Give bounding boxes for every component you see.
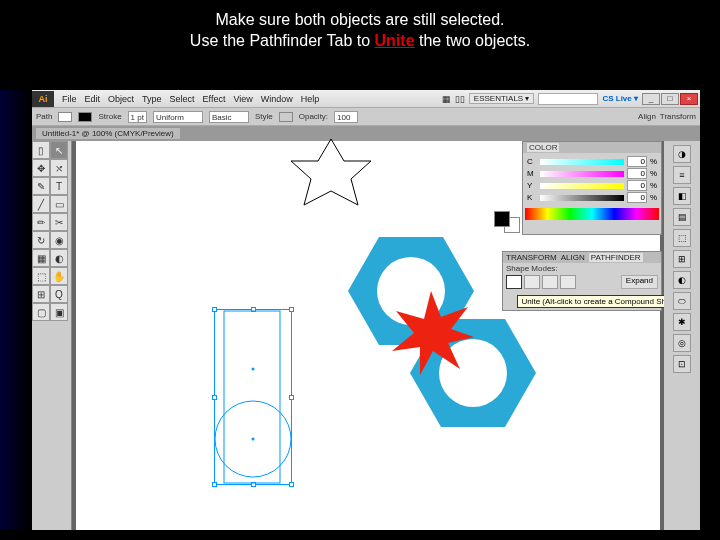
tool-4[interactable]: ✎ [32,177,50,195]
stroke-swatch[interactable] [78,112,92,122]
stroke-weight-field[interactable]: 1 pt [128,111,147,123]
red-starburst-shape [386,289,476,379]
svg-point-9 [252,438,255,441]
close-button[interactable]: × [680,93,698,105]
align-link[interactable]: Align [638,112,656,121]
dock-icon-5[interactable]: ⊞ [673,250,691,268]
tool-10[interactable]: ↻ [32,231,50,249]
tool-panel: ▯↖✥⤯✎T╱▭✏✂↻◉▦◐⬚✋⊞Q▢▣ [32,141,72,530]
opacity-label: Opacity: [299,112,328,121]
transform-tab[interactable]: TRANSFORM [506,253,557,262]
fill-proxy[interactable] [494,211,510,227]
minus-front-button[interactable] [524,275,540,289]
selected-rectangle-path [214,309,292,485]
channel-value-M[interactable]: 0 [627,168,647,179]
color-panel[interactable]: COLOR C0%M0%Y0%K0% [522,141,662,235]
dock-icon-4[interactable]: ⬚ [673,229,691,247]
dock-icon-8[interactable]: ✱ [673,313,691,331]
align-tab[interactable]: ALIGN [561,253,585,262]
workspace-switcher[interactable]: ESSENTIALS ▾ [469,93,535,104]
channel-label-C: C [527,157,537,166]
selection-type-label: Path [36,112,52,121]
menu-effect[interactable]: Effect [203,94,226,104]
fill-swatch[interactable] [58,112,72,122]
dock-icon-0[interactable]: ◑ [673,145,691,163]
tool-19[interactable]: ▣ [50,303,68,321]
color-panel-tab[interactable]: COLOR [527,143,559,152]
channel-label-K: K [527,193,537,202]
tool-11[interactable]: ◉ [50,231,68,249]
channel-value-C[interactable]: 0 [627,156,647,167]
exclude-button[interactable] [560,275,576,289]
svg-point-8 [252,368,255,371]
menu-window[interactable]: Window [261,94,293,104]
document-tab[interactable]: Untitled-1* @ 100% (CMYK/Preview) [36,128,180,139]
brush-field[interactable]: Basic [209,111,249,123]
dock-icon-2[interactable]: ◧ [673,187,691,205]
dock-icon-10[interactable]: ⊡ [673,355,691,373]
svg-marker-0 [291,139,371,205]
slider-M[interactable] [540,171,624,177]
cs-live-button[interactable]: CS Live ▾ [602,94,638,103]
tool-0[interactable]: ▯ [32,141,50,159]
dock-icon-3[interactable]: ▤ [673,208,691,226]
opacity-field[interactable]: 100 [334,111,358,123]
pathfinder-tab[interactable]: PATHFINDER [589,253,643,262]
menu-type[interactable]: Type [142,94,162,104]
control-bar: Path Stroke 1 pt Uniform Basic Style Opa… [32,108,700,126]
svg-rect-6 [224,311,280,483]
tool-5[interactable]: T [50,177,68,195]
title-bar: Ai FileEditObjectTypeSelectEffectViewWin… [32,90,700,108]
search-input[interactable] [538,93,598,105]
menu-file[interactable]: File [62,94,77,104]
style-swatch[interactable] [279,112,293,122]
tool-1[interactable]: ↖ [50,141,68,159]
bridge-icon[interactable]: ▦ [442,94,451,104]
tool-13[interactable]: ◐ [50,249,68,267]
tool-14[interactable]: ⬚ [32,267,50,285]
transform-link[interactable]: Transform [660,112,696,121]
tool-3[interactable]: ⤯ [50,159,68,177]
tool-7[interactable]: ▭ [50,195,68,213]
slider-Y[interactable] [540,183,624,189]
menu-edit[interactable]: Edit [85,94,101,104]
tool-15[interactable]: ✋ [50,267,68,285]
illustrator-window: Ai FileEditObjectTypeSelectEffectViewWin… [32,90,700,530]
menu-select[interactable]: Select [170,94,195,104]
right-dock: ◑≡◧▤⬚⊞◐⬭✱◎⊡ [664,141,700,530]
dock-icon-1[interactable]: ≡ [673,166,691,184]
tool-2[interactable]: ✥ [32,159,50,177]
svg-marker-5 [392,291,474,375]
slider-K[interactable] [540,195,624,201]
menu-help[interactable]: Help [301,94,320,104]
tool-6[interactable]: ╱ [32,195,50,213]
tool-17[interactable]: Q [50,285,68,303]
instruction-text: Make sure both objects are still selecte… [0,0,720,58]
tool-9[interactable]: ✂ [50,213,68,231]
channel-value-K[interactable]: 0 [627,192,647,203]
style-label: Style [255,112,273,121]
spectrum-bar[interactable] [525,208,659,220]
channel-label-M: M [527,169,537,178]
slider-C[interactable] [540,159,624,165]
tool-8[interactable]: ✏ [32,213,50,231]
intersect-button[interactable] [542,275,558,289]
dock-icon-6[interactable]: ◐ [673,271,691,289]
dock-icon-7[interactable]: ⬭ [673,292,691,310]
channel-value-Y[interactable]: 0 [627,180,647,191]
stroke-profile-field[interactable]: Uniform [153,111,203,123]
tool-12[interactable]: ▦ [32,249,50,267]
menu-object[interactable]: Object [108,94,134,104]
minimize-button[interactable]: _ [642,93,660,105]
tool-16[interactable]: ⊞ [32,285,50,303]
maximize-button[interactable]: □ [661,93,679,105]
expand-button[interactable]: Expand [621,275,658,289]
channel-label-Y: Y [527,181,537,190]
unite-button[interactable] [506,275,522,289]
fill-stroke-proxy[interactable] [494,211,520,233]
menu-view[interactable]: View [233,94,252,104]
tool-18[interactable]: ▢ [32,303,50,321]
dock-icon-9[interactable]: ◎ [673,334,691,352]
shape-modes-label: Shape Modes: [503,263,661,274]
arrange-icon[interactable]: ▯▯ [455,94,465,104]
